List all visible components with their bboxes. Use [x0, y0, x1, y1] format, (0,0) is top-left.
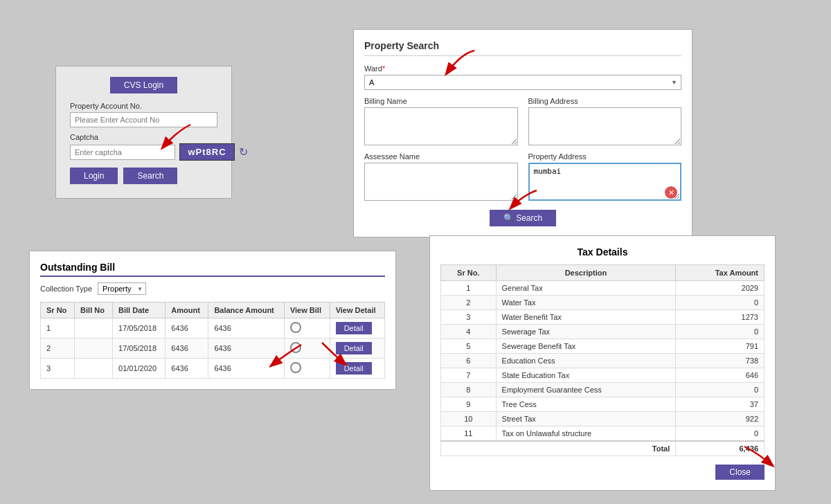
cell-description: Sewerage Benefit Tax	[496, 339, 676, 354]
radio-circle[interactable]	[290, 362, 301, 373]
tax-total-row: Total 6,436	[441, 441, 765, 456]
outstanding-bill-table: Sr No Bill No Bill Date Amount Balance A…	[40, 302, 385, 379]
table-row: 1 17/05/2018 6436 6436 Detail	[41, 318, 385, 339]
captcha-row: wPt8RC ↻	[70, 143, 217, 161]
collection-select-wrapper: Property	[98, 282, 146, 295]
captcha-input[interactable]	[70, 145, 175, 160]
cvs-login-panel: CVS Login Property Account No. Captcha w…	[55, 66, 232, 199]
assessee-name-label: Assessee Name	[364, 152, 518, 161]
table-row: 2 Water Tax 0	[441, 296, 765, 310]
cell-sr: 4	[441, 325, 497, 339]
search-button[interactable]: Search	[123, 168, 177, 184]
billing-name-textarea[interactable]	[364, 107, 518, 145]
search-btn-row: 🔍 Search	[364, 210, 681, 226]
property-address-textarea[interactable]: mumbai	[528, 163, 682, 201]
property-address-wrapper: mumbai ✕	[528, 163, 682, 203]
col-balance-amount: Balance Amount	[208, 303, 285, 318]
cell-bill-date: 17/05/2018	[113, 339, 166, 359]
account-input[interactable]	[70, 112, 217, 127]
cell-sr: 2	[441, 296, 497, 310]
total-label: Total	[441, 441, 676, 456]
cell-view-bill	[284, 318, 330, 339]
cell-description: Sewerage Tax	[496, 325, 676, 339]
billing-address-group: Billing Address	[528, 97, 682, 145]
cell-sr: 1	[441, 281, 497, 296]
ward-label: Ward*	[364, 64, 681, 73]
cell-sr: 5	[441, 339, 497, 354]
close-button[interactable]: Close	[715, 465, 765, 480]
billing-row: Billing Name Billing Address	[364, 97, 681, 145]
total-value: 6,436	[676, 441, 765, 456]
detail-button-2[interactable]: Detail	[336, 342, 372, 354]
cell-sr: 6	[441, 354, 497, 368]
cell-sr: 11	[441, 426, 497, 442]
ward-group: Ward* A	[364, 64, 681, 90]
cvs-login-header: CVS Login	[70, 77, 217, 93]
ward-row: Ward* A	[364, 64, 681, 90]
cell-tax-amount: 922	[676, 412, 765, 426]
ward-select[interactable]: A	[364, 75, 681, 90]
cell-tax-amount: 0	[676, 325, 765, 339]
cell-description: General Tax	[496, 281, 676, 296]
cell-tax-amount: 738	[676, 354, 765, 368]
refresh-icon[interactable]: ↻	[239, 145, 248, 159]
cell-sr: 7	[441, 368, 497, 383]
cell-description: Tree Cess	[496, 397, 676, 412]
ward-select-wrapper: A	[364, 75, 681, 90]
col-view-detail: View Detail	[330, 303, 384, 318]
tax-details-table: Sr No. Description Tax Amount 1 General …	[440, 264, 765, 456]
table-row: 6 Education Cess 738	[441, 354, 765, 368]
col-bill-date: Bill Date	[113, 303, 166, 318]
assessee-name-textarea[interactable]	[364, 163, 518, 201]
cell-bill-no	[75, 318, 113, 339]
radio-circle[interactable]	[290, 322, 301, 333]
cell-amount: 6436	[166, 359, 208, 379]
property-address-label: Property Address	[528, 152, 682, 161]
detail-button-3[interactable]: Detail	[336, 362, 372, 375]
cell-view-bill	[284, 339, 330, 359]
search-icon: 🔍	[503, 213, 516, 223]
cell-tax-amount: 2029	[676, 281, 765, 296]
billing-address-textarea[interactable]	[528, 107, 682, 145]
cell-detail: Detail	[330, 318, 384, 339]
table-row: 2 17/05/2018 6436 6436 Detail	[41, 339, 385, 359]
billing-name-label: Billing Name	[364, 97, 518, 105]
cell-description: Street Tax	[496, 412, 676, 426]
cell-view-bill	[284, 359, 330, 379]
detail-button-1[interactable]: Detail	[336, 322, 372, 334]
cell-description: State Education Tax	[496, 368, 676, 383]
radio-circle[interactable]	[290, 342, 301, 353]
table-row: 4 Sewerage Tax 0	[441, 325, 765, 339]
billing-address-label: Billing Address	[528, 97, 682, 105]
table-row: 8 Employment Guarantee Cess 0	[441, 383, 765, 397]
captcha-label: Captcha	[70, 133, 217, 141]
cell-balance: 6436	[208, 318, 285, 339]
login-button[interactable]: Login	[70, 168, 118, 184]
cell-detail: Detail	[330, 339, 384, 359]
collection-type-label: Collection Type	[40, 285, 92, 293]
cvs-login-header-button[interactable]: CVS Login	[110, 77, 177, 93]
table-row: 5 Sewerage Benefit Tax 791	[441, 339, 765, 354]
cell-detail: Detail	[330, 359, 384, 379]
billing-name-group: Billing Name	[364, 97, 518, 145]
property-search-panel: Property Search Ward* A Billing Name Bil…	[353, 29, 692, 237]
table-row: 3 Water Benefit Tax 1273	[441, 310, 765, 325]
collection-type-select[interactable]: Property	[98, 282, 146, 295]
property-search-title: Property Search	[364, 40, 681, 56]
col-bill-no: Bill No	[75, 303, 113, 318]
table-row: 7 State Education Tax 646	[441, 368, 765, 383]
cell-sr: 10	[441, 412, 497, 426]
clear-property-address-button[interactable]: ✕	[665, 186, 677, 199]
cell-bill-no	[75, 359, 113, 379]
property-search-button[interactable]: 🔍 Search	[490, 210, 556, 226]
cell-bill-no	[75, 339, 113, 359]
cell-tax-amount: 646	[676, 368, 765, 383]
col-tax-amount: Tax Amount	[676, 265, 765, 281]
col-sr: Sr No.	[441, 265, 497, 281]
property-address-group: Property Address mumbai ✕	[528, 152, 682, 203]
cell-description: Tax on Unlawaful structure	[496, 426, 676, 442]
account-label: Property Account No.	[70, 102, 217, 110]
outstanding-bill-title: Outstanding Bill	[40, 262, 385, 277]
cell-sr: 2	[41, 339, 75, 359]
table-row: 9 Tree Cess 37	[441, 397, 765, 412]
